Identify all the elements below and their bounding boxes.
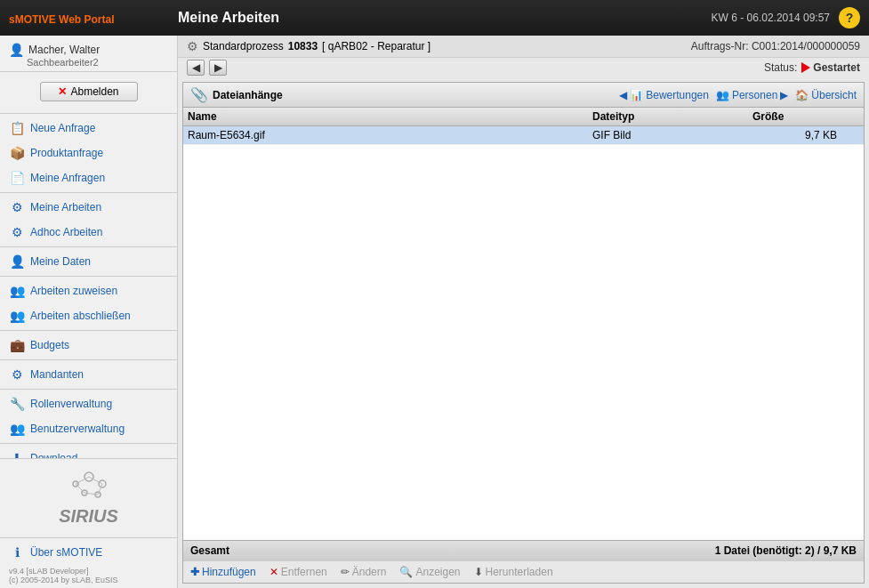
- table-body: Raum-E5634.gif GIF Bild 9,7 KB: [183, 126, 864, 540]
- meine-arbeiten-icon: ⚙: [9, 199, 25, 215]
- logout-x-icon: ✕: [58, 85, 67, 98]
- svg-line-8: [76, 484, 84, 493]
- ueber-icon: ℹ: [9, 544, 25, 560]
- chart-icon: 📊: [630, 89, 643, 101]
- meine-arbeiten-label: Meine Arbeiten: [30, 201, 101, 213]
- table-row[interactable]: Raum-E5634.gif GIF Bild 9,7 KB: [183, 126, 864, 145]
- nav-personen[interactable]: 👥 Personen ▶: [716, 89, 788, 101]
- nav-divider-6: [0, 389, 177, 390]
- bewertungen-label: Bewertungen: [646, 89, 709, 101]
- sidebar-item-arbeiten-zuweisen[interactable]: 👥 Arbeiten zuweisen: [0, 278, 177, 303]
- nav-back-arrow[interactable]: ◀: [187, 60, 205, 76]
- row-spacer: [841, 129, 859, 141]
- benutzerverwaltung-icon: 👥: [9, 421, 25, 437]
- col-type-header: Dateityp: [592, 110, 752, 123]
- logout-label: Abmelden: [70, 85, 118, 98]
- logout-section: ✕ Abmelden: [0, 72, 177, 111]
- col-size-header: Größe: [752, 110, 841, 123]
- sidebar-item-meine-anfragen[interactable]: 📄 Meine Anfragen: [0, 165, 177, 190]
- order-number: C001:2014/000000059: [752, 40, 860, 52]
- sirius-logo-svg: [53, 468, 125, 503]
- nav-items: 📋 Neue Anfrage 📦 Produktanfrage 📄 Meine …: [0, 116, 177, 458]
- adhoc-arbeiten-label: Adhoc Arbeiten: [30, 226, 102, 238]
- neue-anfrage-label: Neue Anfrage: [30, 122, 95, 134]
- uebersicht-icon: 🏠: [795, 89, 809, 101]
- sidebar-item-meine-arbeiten[interactable]: ⚙ Meine Arbeiten: [0, 195, 177, 220]
- header: sMOTIVE Web Portal Meine Arbeiten KW 6 -…: [0, 0, 869, 36]
- sidebar-item-neue-anfrage[interactable]: 📋 Neue Anfrage: [0, 116, 177, 141]
- sidebar-item-arbeiten-abschliessen[interactable]: 👥 Arbeiten abschließen: [0, 303, 177, 328]
- status-label: Status:: [764, 61, 797, 74]
- nav-divider-1: [0, 192, 177, 193]
- order-info: Auftrags-Nr: C001:2014/000000059: [691, 40, 860, 52]
- logo: sMOTIVE Web Portal: [9, 9, 160, 28]
- logo-text: MOTIVE Web Portal: [15, 13, 115, 26]
- help-button[interactable]: ?: [839, 7, 860, 28]
- order-label: Auftrags-Nr:: [691, 40, 749, 52]
- download-label: Download: [30, 452, 77, 458]
- nav-divider-4: [0, 330, 177, 331]
- panel-title-text: Dateianhänge: [213, 89, 283, 101]
- magnifier-icon: 🔍: [399, 566, 413, 578]
- adhoc-arbeiten-icon: ⚙: [9, 224, 25, 240]
- sidebar-item-benutzerverwaltung[interactable]: 👥 Benutzerverwaltung: [0, 416, 177, 441]
- user-name-text: Macher, Walter: [28, 44, 100, 56]
- ueber-label: Über sMOTIVE: [30, 546, 102, 559]
- remove-icon: ✕: [270, 566, 278, 578]
- sidebar-item-ueber-smotive[interactable]: ℹ Über sMOTIVE: [0, 540, 177, 565]
- mandanten-icon: ⚙: [9, 366, 25, 383]
- nav-uebersicht[interactable]: 🏠 Übersicht: [795, 89, 857, 101]
- logout-button[interactable]: ✕ Abmelden: [40, 82, 138, 101]
- process-info: ⚙ Standardprozess 10833 [ qARB02 - Repar…: [187, 39, 430, 53]
- page-title: Meine Arbeiten: [178, 10, 712, 26]
- panel-title: 📎 Dateianhänge: [190, 86, 283, 103]
- sidebar-item-budgets[interactable]: 💼 Budgets: [0, 333, 177, 358]
- produktanfrage-icon: 📦: [9, 145, 25, 161]
- arbeiten-abschliessen-icon: 👥: [9, 308, 25, 324]
- change-label: Ändern: [352, 566, 387, 578]
- status-text: Gestartet: [813, 61, 860, 74]
- remove-button[interactable]: ✕ Entfernen: [270, 566, 327, 578]
- logo-s: s: [9, 13, 15, 26]
- sidebar-item-rollenverwaltung[interactable]: 🔧 Rollenverwaltung: [0, 391, 177, 416]
- rollenverwaltung-icon: 🔧: [9, 396, 25, 412]
- process-name: [ qARB02 - Reparatur ]: [322, 40, 430, 52]
- play-icon: [801, 62, 810, 73]
- sidebar-item-meine-daten[interactable]: 👤 Meine Daten: [0, 249, 177, 274]
- plus-icon: ✚: [190, 566, 199, 578]
- sidebar-item-adhoc-arbeiten[interactable]: ⚙ Adhoc Arbeiten: [0, 220, 177, 245]
- file-name: Raum-E5634.gif: [188, 129, 592, 141]
- sidebar-item-download[interactable]: ⬇ Download: [0, 446, 177, 458]
- download-file-button[interactable]: ⬇ Herunterladen: [474, 566, 553, 578]
- nav-bewertungen[interactable]: ◀ 📊 Bewertungen: [619, 89, 709, 101]
- user-name: 👤 Macher, Walter: [9, 43, 168, 57]
- budgets-icon: 💼: [9, 337, 25, 353]
- nav-divider-7: [0, 443, 177, 444]
- status-value: Gestartet: [801, 61, 860, 74]
- status-bar: Status: Gestartet: [764, 61, 860, 74]
- change-button[interactable]: ✏ Ändern: [341, 566, 387, 578]
- sidebar-item-mandanten[interactable]: ⚙ Mandanten: [0, 362, 177, 387]
- uebersicht-label: Übersicht: [811, 89, 857, 101]
- gear-icon: ⚙: [187, 39, 198, 53]
- main-layout: 👤 Macher, Walter Sachbearbeiter2 ✕ Abmel…: [0, 36, 869, 588]
- add-button[interactable]: ✚ Hinzufügen: [190, 566, 256, 578]
- view-button[interactable]: 🔍 Anzeigen: [399, 566, 460, 578]
- budgets-label: Budgets: [30, 339, 69, 351]
- top-info-bar: ⚙ Standardprozess 10833 [ qARB02 - Repar…: [178, 36, 869, 58]
- nav-forward-arrow[interactable]: ▶: [209, 60, 227, 76]
- file-type: GIF Bild: [592, 129, 752, 141]
- rollenverwaltung-label: Rollenverwaltung: [30, 398, 112, 410]
- summary-label: Gesamt: [190, 544, 229, 557]
- download-nav-icon: ⬇: [9, 450, 25, 458]
- user-icon: 👤: [9, 43, 24, 57]
- summary-value: 1 Datei (benötigt: 2) / 9,7 KB: [715, 544, 857, 557]
- sidebar: 👤 Macher, Walter Sachbearbeiter2 ✕ Abmel…: [0, 36, 178, 588]
- version-sidebar: v9.4 [sLAB Developer](c) 2005-2014 by sL…: [0, 565, 177, 588]
- attachment-icon: 📎: [190, 86, 208, 103]
- sidebar-item-produktanfrage[interactable]: 📦 Produktanfrage: [0, 141, 177, 165]
- file-table: Name Dateityp Größe Raum-E5634.gif GIF B…: [183, 108, 864, 583]
- download-file-label: Herunterladen: [486, 566, 553, 578]
- panel-header: 📎 Dateianhänge ◀ 📊 Bewertungen 👥 Persone…: [183, 83, 864, 108]
- panel-nav: ◀ 📊 Bewertungen 👥 Personen ▶ 🏠 Übersicht: [619, 89, 857, 101]
